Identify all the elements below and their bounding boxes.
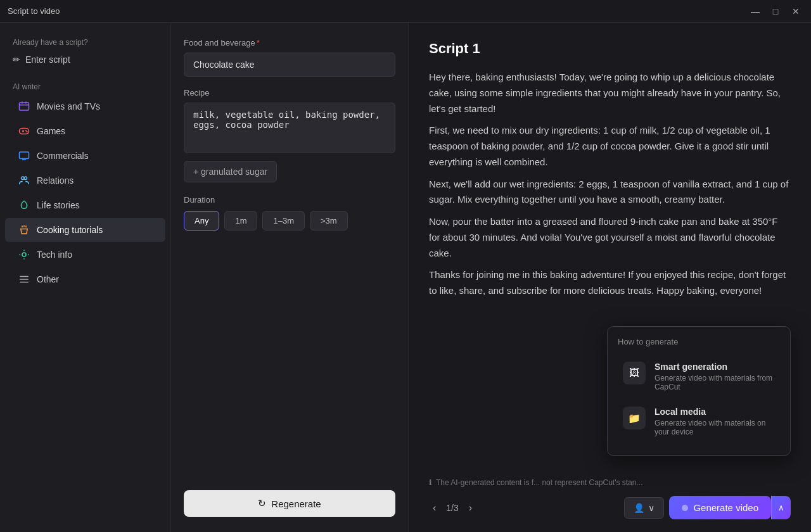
svg-rect-0 xyxy=(20,103,29,110)
add-ingredient-label: + granulated sugar xyxy=(193,167,267,177)
local-option-text: Local media Generate video with material… xyxy=(655,407,775,436)
titlebar: Script to video — □ ✕ xyxy=(0,0,811,23)
sidebar-item-label-lifestories: Life stories xyxy=(37,200,80,210)
food-input[interactable] xyxy=(184,53,395,77)
smart-option-icon: 🖼 xyxy=(623,362,646,384)
duration-btn-gt3m[interactable]: >3m xyxy=(310,211,348,231)
script-paragraph: Thanks for joining me in this baking adv… xyxy=(429,267,791,299)
sidebar-item-label-relations: Relations xyxy=(37,175,73,186)
sidebar-item-relations[interactable]: Relations xyxy=(5,168,165,193)
generate-wrapper: Generate video ∧ xyxy=(669,496,791,519)
required-star: * xyxy=(257,38,260,48)
techinfo-icon xyxy=(18,248,30,261)
info-icon: ℹ xyxy=(429,478,432,487)
already-title: Already have a script? xyxy=(13,38,158,47)
how-to-generate-popup: How to generate 🖼 Smart generation Gener… xyxy=(607,326,791,456)
duration-btn-Any[interactable]: Any xyxy=(184,211,219,231)
script-paragraph: Now, pour the batter into a greased and … xyxy=(429,214,791,261)
avatar-button[interactable]: 👤 ∨ xyxy=(624,497,664,519)
food-label: Food and beverage* xyxy=(184,38,395,48)
sidebar-items: Movies and TVsGamesCommercialsRelationsL… xyxy=(0,94,170,291)
sidebar-item-label-commercials: Commercials xyxy=(37,151,89,161)
duration-btn-1-3m[interactable]: 1–3m xyxy=(262,211,305,231)
app-title: Script to video xyxy=(8,6,60,16)
prev-page-button[interactable]: ‹ xyxy=(429,500,440,516)
local-option-icon: 📁 xyxy=(623,407,646,429)
script-bottom-bar: ‹ 1/3 › 👤 ∨ Generate video xyxy=(429,496,791,519)
sidebar-item-movies[interactable]: Movies and TVs xyxy=(5,94,165,118)
duration-buttons: Any1m1–3m>3m xyxy=(184,211,395,231)
right-panel: Script 1 Hey there, baking enthusiasts! … xyxy=(409,23,811,532)
sidebar-item-label-other: Other xyxy=(37,274,59,284)
add-ingredient-button[interactable]: + granulated sugar xyxy=(184,161,277,182)
sidebar-item-cooking[interactable]: Cooking tutorials xyxy=(5,218,165,242)
popup-options: 🖼 Smart generation Generate video with m… xyxy=(618,355,780,443)
script-paragraph: Next, we'll add our wet ingredients: 2 e… xyxy=(429,177,791,208)
smart-option-title: Smart generation xyxy=(655,362,775,372)
duration-label: Duration xyxy=(184,195,395,205)
main-layout: Already have a script? ✏ Enter script AI… xyxy=(0,23,811,532)
recipe-textarea[interactable]: milk, vegetable oil, baking powder, eggs… xyxy=(184,103,395,153)
maximize-button[interactable]: □ xyxy=(768,4,783,19)
movies-icon xyxy=(18,100,30,113)
sidebar: Already have a script? ✏ Enter script AI… xyxy=(0,23,171,532)
sidebar-item-other[interactable]: Other xyxy=(5,267,165,291)
relations-icon xyxy=(18,174,30,187)
generate-label: Generate video xyxy=(693,502,758,513)
svg-point-6 xyxy=(27,131,27,132)
generate-dot-icon xyxy=(682,505,688,511)
ai-disclaimer: ℹ The AI-generated content is f... not r… xyxy=(429,478,791,487)
generate-dropdown-button[interactable]: ∧ xyxy=(771,496,791,519)
pagination: ‹ 1/3 › xyxy=(429,500,476,516)
enter-script-button[interactable]: ✏ Enter script xyxy=(13,52,158,67)
local-option-description: Generate video with materials on your de… xyxy=(655,419,775,436)
generate-chevron-icon: ∧ xyxy=(778,503,784,512)
commercials-icon xyxy=(18,149,30,162)
script-paragraph: Hey there, baking enthusiasts! Today, we… xyxy=(429,70,791,117)
regenerate-button[interactable]: ↻ Regenerate xyxy=(184,490,395,517)
sidebar-item-label-games: Games xyxy=(37,126,65,136)
sidebar-item-games[interactable]: Games xyxy=(5,119,165,143)
script-title: Script 1 xyxy=(429,41,791,57)
lifestories-icon xyxy=(18,199,30,212)
sidebar-item-lifestories[interactable]: Life stories xyxy=(5,193,165,217)
generate-video-button[interactable]: Generate video xyxy=(669,496,771,519)
right-actions: 👤 ∨ Generate video ∧ xyxy=(624,496,791,519)
sidebar-item-label-movies: Movies and TVs xyxy=(37,101,100,111)
popup-option-local[interactable]: 📁 Local media Generate video with materi… xyxy=(618,400,780,443)
svg-point-5 xyxy=(26,130,27,131)
pencil-icon: ✏ xyxy=(13,54,20,65)
page-indicator: 1/3 xyxy=(446,503,458,513)
sidebar-item-label-techinfo: Tech info xyxy=(37,250,72,260)
window-controls: — □ ✕ xyxy=(748,4,803,19)
smart-option-description: Generate video with materials from CapCu… xyxy=(655,374,775,391)
svg-point-12 xyxy=(22,253,26,256)
script-paragraph: First, we need to mix our dry ingredient… xyxy=(429,123,791,170)
regenerate-icon: ↻ xyxy=(258,498,266,509)
other-icon xyxy=(18,273,30,286)
svg-point-11 xyxy=(24,177,27,180)
cooking-icon xyxy=(18,224,30,236)
already-section: Already have a script? ✏ Enter script xyxy=(0,33,170,77)
sidebar-item-techinfo[interactable]: Tech info xyxy=(5,243,165,267)
smart-option-text: Smart generation Generate video with mat… xyxy=(655,362,775,391)
avatar-icon: 👤 xyxy=(634,503,644,513)
center-panel: Food and beverage* Recipe milk, vegetabl… xyxy=(171,23,409,532)
minimize-button[interactable]: — xyxy=(748,4,763,19)
disclaimer-text: The AI-generated content is f... not rep… xyxy=(436,478,642,487)
next-page-button[interactable]: › xyxy=(465,500,476,516)
popup-title: How to generate xyxy=(618,337,780,346)
svg-rect-7 xyxy=(20,152,29,159)
recipe-label: Recipe xyxy=(184,88,395,98)
enter-script-label: Enter script xyxy=(25,54,70,65)
duration-btn-1m[interactable]: 1m xyxy=(224,211,257,231)
regenerate-label: Regenerate xyxy=(271,498,321,509)
close-button[interactable]: ✕ xyxy=(788,4,803,19)
avatar-chevron-icon: ∨ xyxy=(648,503,655,513)
recipe-field: Recipe milk, vegetable oil, baking powde… xyxy=(184,88,395,161)
local-option-title: Local media xyxy=(655,407,775,417)
food-field: Food and beverage* xyxy=(184,38,395,88)
games-icon xyxy=(18,125,30,137)
popup-option-smart[interactable]: 🖼 Smart generation Generate video with m… xyxy=(618,355,780,398)
sidebar-item-commercials[interactable]: Commercials xyxy=(5,144,165,168)
